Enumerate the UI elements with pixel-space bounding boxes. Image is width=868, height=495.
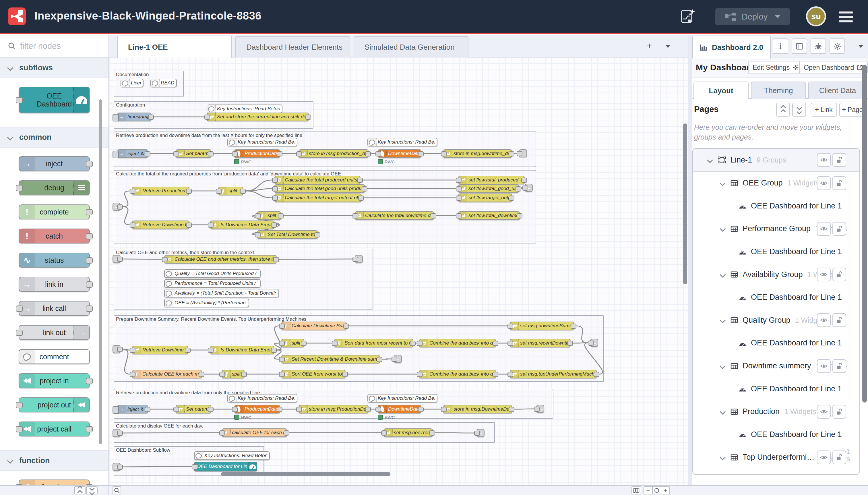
chevron-down-icon[interactable]: [719, 317, 726, 323]
output-port[interactable]: [86, 378, 93, 384]
tree-group-row[interactable]: Performance Group 1 Widgets: [693, 217, 860, 240]
node-comment-performance-total-produced-units-total-t[interactable]: Performance = Total Produced Units / Tot…: [164, 279, 261, 288]
tree-widget-row[interactable]: OEE Dashboard for Line 1: [693, 423, 860, 446]
canvas-search-button[interactable]: [112, 487, 121, 494]
tree-widget-row[interactable]: OEE Dashboard for Line 1: [693, 331, 860, 355]
palette-expand-button[interactable]: [86, 487, 98, 494]
debug-tab-button[interactable]: [811, 38, 826, 54]
wire[interactable]: [382, 359, 392, 359]
input-port[interactable]: [16, 306, 23, 312]
node-comment-availavity-total-shift-duration-total-do[interactable]: Availavity = (Total Shift Duration - Tot…: [164, 289, 279, 297]
wire[interactable]: [123, 191, 130, 207]
node-link[interactable]: →: [394, 355, 402, 363]
tree-widget-row[interactable]: OEE Dashboard for Line 1: [693, 377, 860, 400]
visibility-toggle-button[interactable]: [817, 405, 831, 419]
node-split-split[interactable]: ∥split: [218, 187, 243, 195]
canvas-vscrollbar[interactable]: [683, 123, 687, 284]
subtab-theming[interactable]: Theming: [751, 82, 806, 99]
node-function-calculate-oee-for-each-machine[interactable]: ƒCalculate OEE for each machine: [132, 370, 202, 378]
node-link[interactable]: →: [112, 203, 121, 211]
wire[interactable]: [123, 349, 130, 374]
tree-group-row[interactable]: Production 1 Widgets: [693, 400, 860, 423]
tree-page-row[interactable]: Line-19 Groups: [693, 149, 860, 172]
input-port[interactable]: [16, 185, 23, 191]
node-switch-is-downtime-data-empty[interactable]: ⋔Is Downtime Data Empty?: [210, 346, 274, 354]
palette-node-link-out[interactable]: link out→: [19, 325, 90, 340]
node-change-set-flow-total-produced-units[interactable]: ⇄set flow.total_produced_units: [458, 176, 525, 184]
node-switch-is-downtime-data-empty[interactable]: ⋔Is Downtime Data Empty?: [210, 221, 274, 229]
palette-node-catch[interactable]: catch!: [19, 228, 90, 243]
wire[interactable]: [123, 259, 162, 259]
flowfuse-logo-icon[interactable]: [8, 7, 26, 25]
flow-tab-line-1-oee[interactable]: Line-1 OEE: [117, 36, 232, 58]
node-link[interactable]: →: [590, 339, 598, 347]
node-mongo-downtimedata[interactable]: DowntimeData: [378, 149, 421, 158]
palette-section-function[interactable]: function: [0, 450, 108, 471]
node-change-retrieve-downtime-data[interactable]: ⇄Retrieve Downtime Data: [132, 221, 189, 229]
palette-section-common[interactable]: common: [0, 127, 108, 148]
node-sort-calculate-the-total-downtime-duration[interactable]: ⇅Calculate the total downtime duration: [355, 211, 434, 220]
flow-tab-dashboard-header-elements[interactable]: Dashboard Header Elements: [236, 36, 350, 57]
node-split-split[interactable]: ∥split: [222, 370, 245, 378]
wire[interactable]: [123, 433, 219, 433]
node-comment-key-instructions-read-before-proceeding[interactable]: Key Instructions: Read Before Proceeding: [367, 138, 437, 147]
sidebar-scrollbar[interactable]: [862, 65, 867, 403]
node-sort-calculate-the-total-good-units-produced-[interactable]: ⇅Calculate the total good units produced…: [274, 184, 365, 193]
node-link[interactable]: →: [112, 429, 121, 437]
output-port[interactable]: [86, 281, 93, 288]
node-comment-readme[interactable]: README: [151, 79, 177, 87]
tree-group-row[interactable]: Top Underperformi… 1 Widgets: [693, 446, 860, 469]
node-change-set-flow-target-output[interactable]: ⇄set flow.target_output: [458, 193, 512, 202]
node-inject-inject[interactable]: →inject ↻: [117, 405, 148, 413]
visibility-toggle-button[interactable]: [817, 359, 831, 373]
tree-group-row[interactable]: OEE Group 1 Widgets: [693, 172, 860, 195]
subtab-layout[interactable]: Layout: [693, 82, 749, 99]
node-link[interactable]: →: [112, 255, 121, 263]
deploy-caret-icon[interactable]: [775, 15, 780, 18]
input-port[interactable]: [16, 402, 23, 408]
canvas-hscrollbar[interactable]: [221, 472, 390, 476]
wire[interactable]: [246, 191, 272, 198]
node-comment-key-instructions-read-before-proceeding[interactable]: Key Instructions: Read Before Proceeding: [207, 104, 282, 113]
node-change-store-in-msg-production-data[interactable]: ⇄store in msg.production_data: [298, 149, 368, 158]
node-split-split[interactable]: ∥split: [257, 211, 281, 220]
node-change-set-msg-topunderperformingmachines[interactable]: ⇄set msg.topUnderPerformingMachines: [510, 370, 597, 378]
node-comment-key-instructions-read-before-proceeding[interactable]: Key Instructions: Read Before Proceeding: [367, 394, 437, 403]
output-port[interactable]: [86, 257, 93, 263]
tree-group-row[interactable]: Downtime summery 1 Widgets: [693, 355, 860, 378]
output-port[interactable]: [86, 209, 93, 215]
lock-toggle-button[interactable]: [832, 450, 846, 464]
zoom-in-button[interactable]: +: [661, 487, 670, 494]
node-inject-inject[interactable]: →inject ↻: [117, 149, 148, 158]
node-comment-license[interactable]: License: [121, 79, 143, 87]
palette-node-function[interactable]: functionƒ: [19, 479, 90, 485]
wire[interactable]: [585, 343, 603, 374]
tree-widget-row[interactable]: OEE Dashboard for Line 1: [693, 240, 860, 263]
node-change-retrieve-downtime-data[interactable]: ⇄Retrieve Downtime Data: [132, 346, 188, 354]
node-change-calculate-oee-and-other-metrics-then-sto[interactable]: ⇄Calculate OEE and other metrics, then s…: [164, 255, 277, 263]
node-change-set-msg-downtimesummery[interactable]: ⇄set msg.downtimeSummery: [510, 322, 574, 330]
node-change-store-in-msg-downtimedata[interactable]: ⇄store in msg.DowntimeData: [443, 405, 512, 413]
lock-toggle-button[interactable]: [832, 313, 846, 327]
node-comment-quality-total-good-units-produced-total-[interactable]: Quality = Total Good Units Produced / To…: [164, 269, 261, 278]
node-mongo-productiondata[interactable]: ProductionData: [234, 405, 280, 413]
node-sort-sort-oee-from-worst-to-best[interactable]: ⇅Sort OEE from worst to best: [281, 370, 346, 378]
lock-toggle-button[interactable]: [832, 268, 846, 281]
node-change-retrieve-production-data[interactable]: ⇄Retrieve Production Data: [132, 187, 189, 195]
wire[interactable]: [435, 433, 474, 433]
sidebar-resize-handle[interactable]: [688, 35, 692, 485]
tree-widget-row[interactable]: OEE Dashboard for Line 1: [693, 286, 860, 309]
node-sort-calculate-the-total-target-output-of-tod[interactable]: ⇅Calculate the total target output of to…: [274, 193, 362, 202]
node-function-calculate-downtime-summery[interactable]: ƒCalculate Downtime Summery: [281, 322, 347, 330]
node-comment-key-instructions-read-before-proceeding[interactable]: Key Instructions: Read Before Proceeding: [227, 394, 297, 403]
inject-button[interactable]: [112, 151, 119, 158]
node-comment-oee-availability-performance-quality[interactable]: OEE = (Availability) * (Performance) * (…: [164, 298, 249, 307]
output-port[interactable]: [86, 233, 93, 239]
palette-node-status[interactable]: status∿: [19, 253, 90, 268]
output-port[interactable]: [86, 161, 93, 167]
add-link-button[interactable]: +Link: [811, 103, 837, 117]
node-change-set-params[interactable]: ⇄Set params: [176, 149, 211, 158]
flow-list-caret-icon[interactable]: [665, 45, 671, 48]
node-link[interactable]: →: [112, 345, 121, 353]
tree-group-row[interactable]: Availability Group 1 Widgets: [693, 263, 860, 286]
